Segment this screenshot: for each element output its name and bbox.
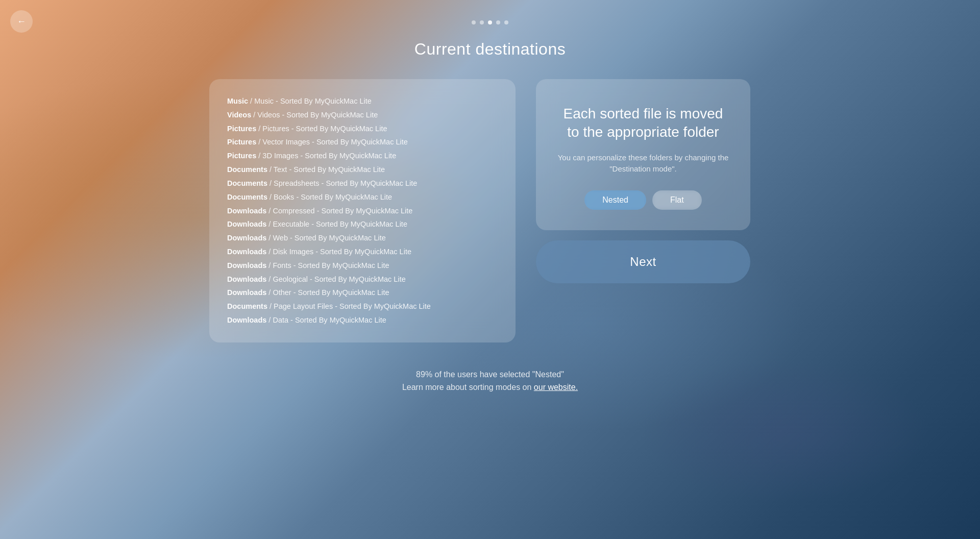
page-title: Current destinations — [414, 40, 566, 59]
table-row: Pictures / Vector Images - Sorted By MyQ… — [227, 135, 498, 149]
back-icon: ← — [17, 16, 26, 27]
table-row: Documents / Spreadsheets - Sorted By MyQ… — [227, 177, 498, 190]
table-row: Downloads / Executable - Sorted By MyQui… — [227, 217, 498, 231]
next-button[interactable]: Next — [536, 240, 750, 283]
info-subtitle: You can personalize these folders by cha… — [556, 152, 730, 175]
right-panel: Each sorted file is moved to the appropr… — [536, 79, 750, 283]
destinations-list: Music / Music - Sorted By MyQuickMac Lit… — [227, 94, 498, 327]
table-row: Music / Music - Sorted By MyQuickMac Lit… — [227, 94, 498, 108]
table-row: Documents / Books - Sorted By MyQuickMac… — [227, 190, 498, 204]
bottom-line1: 89% of the users have selected "Nested" — [402, 368, 578, 381]
info-panel: Each sorted file is moved to the appropr… — [536, 79, 750, 230]
table-row: Downloads / Other - Sorted By MyQuickMac… — [227, 286, 498, 300]
table-row: Downloads / Data - Sorted By MyQuickMac … — [227, 313, 498, 327]
table-row: Downloads / Geological - Sorted By MyQui… — [227, 273, 498, 286]
table-row: Documents / Page Layout Files - Sorted B… — [227, 300, 498, 313]
pagination-dot-2 — [480, 20, 484, 24]
table-row: Downloads / Disk Images - Sorted By MyQu… — [227, 245, 498, 259]
table-row: Videos / Videos - Sorted By MyQuickMac L… — [227, 108, 498, 122]
table-row: Downloads / Fonts - Sorted By MyQuickMac… — [227, 259, 498, 273]
pagination-dots — [472, 20, 508, 24]
flat-button[interactable]: Flat — [652, 190, 702, 210]
pagination-dot-4 — [496, 20, 500, 24]
table-row: Downloads / Web - Sorted By MyQuickMac L… — [227, 231, 498, 245]
pagination-dot-1 — [472, 20, 476, 24]
pagination-dot-5 — [504, 20, 508, 24]
bottom-text: 89% of the users have selected "Nested" … — [402, 368, 578, 394]
table-row: Pictures / 3D Images - Sorted By MyQuick… — [227, 149, 498, 163]
nested-button[interactable]: Nested — [584, 190, 646, 210]
table-row: Documents / Text - Sorted By MyQuickMac … — [227, 163, 498, 177]
main-area: Music / Music - Sorted By MyQuickMac Lit… — [209, 79, 771, 342]
table-row: Downloads / Compressed - Sorted By MyQui… — [227, 204, 498, 218]
info-title: Each sorted file is moved to the appropr… — [556, 105, 730, 142]
table-row: Pictures / Pictures - Sorted By MyQuickM… — [227, 122, 498, 136]
pagination-dot-3 — [488, 20, 492, 24]
bottom-line2: Learn more about sorting modes on our we… — [402, 381, 578, 394]
destinations-panel: Music / Music - Sorted By MyQuickMac Lit… — [209, 79, 516, 342]
website-link[interactable]: our website. — [534, 383, 578, 391]
back-button[interactable]: ← — [10, 10, 33, 33]
mode-buttons: Nested Flat — [556, 190, 730, 210]
bottom-line2-prefix: Learn more about sorting modes on — [402, 383, 534, 391]
